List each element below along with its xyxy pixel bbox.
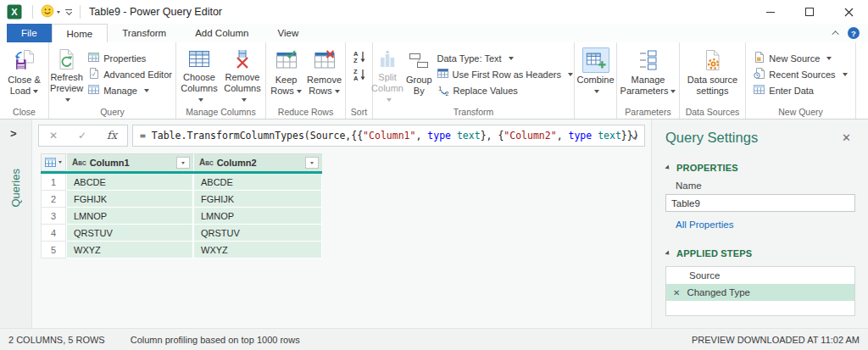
close-and-load-button[interactable]: Close & Load [3,46,46,105]
group-by-icon [408,47,430,73]
ribbon-group-data-sources: Data source settings Data Sources [680,42,746,119]
tab-home[interactable]: Home [52,24,108,42]
collapse-ribbon-button[interactable] [834,31,839,36]
table-cell[interactable]: WXYZ [66,242,193,258]
formula-token: "Column2" [504,130,556,142]
fx-button[interactable]: fx [107,129,117,142]
refresh-preview-button[interactable]: Refresh Preview [50,46,83,105]
sort-ascending-button[interactable]: A Z [353,50,366,65]
formula-input[interactable]: = Table.TransformColumnTypes(Source,{{"C… [132,125,645,147]
table-cell[interactable]: LMNOP [193,208,322,225]
tab-file[interactable]: File [7,24,52,42]
close-icon [844,8,854,17]
svg-text:Z: Z [353,57,358,64]
recent-sources-button[interactable]: Recent Sources [751,66,849,82]
smiley-icon [41,4,54,19]
tab-add-column[interactable]: Add Column [181,24,263,42]
queries-pane-collapsed: > Queries [0,119,32,328]
queries-pane-label: Queries [9,169,22,208]
table-cell[interactable]: WXYZ [193,242,322,258]
keep-rows-button[interactable]: Keep Rows [269,46,303,105]
formula-bar-buttons: ✕ ✓ fx [38,125,128,147]
properties-section-header[interactable]: PROPERTIES [665,163,854,173]
column-filter-button[interactable] [176,157,190,169]
all-properties-link[interactable]: All Properties [676,219,733,230]
collapse-triangle-icon [665,250,670,256]
query-name-input[interactable] [665,194,855,212]
column-header-column2[interactable]: ABC Column2 [193,153,322,171]
group-label-reduce-rows: Reduce Rows [266,107,345,117]
dropdown-caret-icon [509,57,514,60]
replace-values-icon: 1 2 [437,84,449,97]
combine-button[interactable]: Combine [576,46,614,105]
manage-parameters-button[interactable]: Manage Parameters [620,46,676,105]
minimize-button[interactable] [751,0,790,24]
table-cell[interactable]: QRSTUV [193,225,322,242]
use-first-row-as-headers-button[interactable]: Use First Row as Headers [435,66,576,82]
applied-step-changed-type[interactable]: ✕ Changed Type [666,284,854,301]
remove-rows-button[interactable]: Remove Rows [306,46,342,105]
table-cell[interactable]: LMNOP [66,208,193,225]
qat-customize-button[interactable] [63,8,75,16]
new-source-icon [754,52,765,64]
column-filter-button[interactable] [305,157,319,169]
formula-token: }, { [481,130,504,142]
enter-data-button[interactable]: Enter Data [751,82,849,98]
close-and-load-icon [14,47,36,73]
split-column-button[interactable]: Split Column [371,46,403,105]
dropdown-caret-icon [594,90,599,93]
table-corner-menu[interactable] [41,153,66,171]
row-number: 1 [41,174,66,191]
column-header-column1[interactable]: ABC Column1 [66,153,193,171]
help-button[interactable]: ? [848,27,860,39]
ribbon-group-sort: A Z Z A Sort [346,42,373,119]
data-type-button[interactable]: Data Type: Text [435,50,576,66]
ribbon-group-combine: Combine [575,42,617,119]
properties-button[interactable]: Properties [86,50,175,66]
formula-token: text [598,130,621,142]
column-name: Column1 [90,158,130,168]
query-settings-panel: Query Settings ✕ PROPERTIES Name All Pro… [651,119,868,328]
text-type-icon: ABC [199,158,214,167]
recent-sources-icon [754,68,765,81]
formula-token: , [415,130,427,142]
smiley-feedback-button[interactable] [38,3,63,21]
table-cell[interactable]: FGHIJK [66,191,193,208]
formula-token [592,130,598,142]
minimize-icon [766,12,775,13]
divider [80,5,81,19]
table-cell[interactable]: ABCDE [66,174,193,191]
maximize-button[interactable] [790,0,829,24]
formula-token [451,130,457,142]
tab-transform[interactable]: Transform [108,24,181,42]
remove-columns-icon [231,47,253,70]
cancel-formula-button[interactable]: ✕ [49,130,58,142]
group-by-button[interactable]: Group By [406,46,432,105]
ribbon-group-transform: Split Column Group By Data Type: Text Us… [373,42,575,119]
delete-step-icon[interactable]: ✕ [673,288,680,297]
replace-values-button[interactable]: 1 2 Replace Values [435,82,576,98]
applied-steps-section-header[interactable]: APPLIED STEPS [665,248,854,258]
data-source-settings-button[interactable]: Data source settings [683,46,743,105]
new-source-button[interactable]: New Source [751,50,849,66]
data-source-settings-icon [702,47,724,73]
commit-formula-button[interactable]: ✓ [78,130,86,142]
remove-columns-button[interactable]: Remove Columns [222,46,263,105]
sort-za-icon: Z A [353,68,366,81]
advanced-editor-button[interactable]: Advanced Editor [86,66,175,82]
close-window-button[interactable] [829,0,868,24]
table-cell[interactable]: FGHIJK [193,191,322,208]
applied-step-source[interactable]: Source [666,267,854,284]
sort-descending-button[interactable]: Z A [353,68,366,83]
status-profiling[interactable]: Column profiling based on top 1000 rows [131,335,300,345]
formula-token: = Table.TransformColumnTypes(Source,{{ [140,130,363,142]
table-cell[interactable]: QRSTUV [66,225,193,242]
dropdown-caret-icon [670,90,676,93]
choose-columns-button[interactable]: Choose Columns [179,46,220,105]
table-cell[interactable]: ABCDE [193,174,322,191]
manage-query-button[interactable]: Manage [86,82,175,98]
ribbon-group-parameters: Manage Parameters Parameters [617,42,680,119]
expand-queries-button[interactable]: > [10,127,17,140]
close-settings-button[interactable]: ✕ [838,130,854,146]
tab-view[interactable]: View [264,24,314,42]
